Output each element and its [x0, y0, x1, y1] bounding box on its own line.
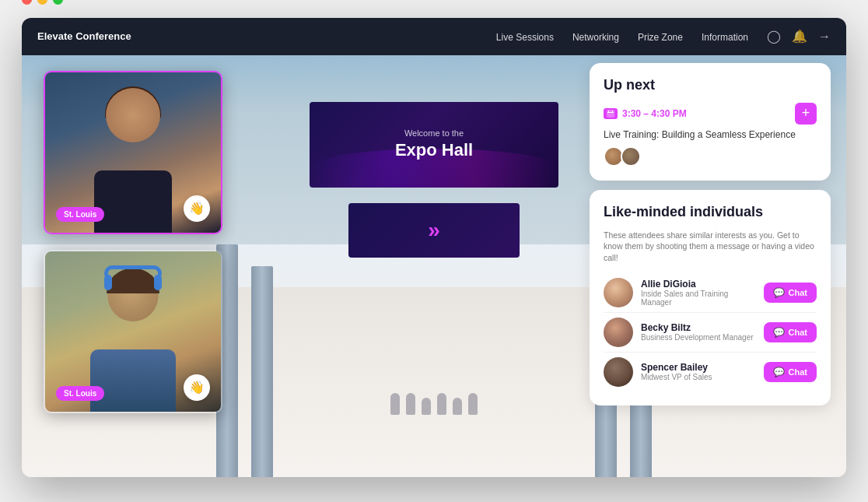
- close-light[interactable]: [22, 0, 32, 5]
- person-head: [106, 88, 160, 142]
- session-avatars: [604, 146, 817, 167]
- nav-information[interactable]: Information: [702, 32, 748, 43]
- wave-icon-1: 👋: [189, 201, 205, 216]
- person-title-allie: Inside Sales and Training Manager: [641, 290, 756, 307]
- chat-button-spencer[interactable]: 💬 Chat: [764, 362, 817, 382]
- location-badge-1: St. Louis: [56, 207, 104, 222]
- like-minded-title: Like-minded individuals: [604, 204, 817, 220]
- video-panel-bottom: St. Louis 👋: [44, 250, 222, 413]
- user-icon[interactable]: ◯: [767, 29, 781, 44]
- person-name-becky: Becky Biltz: [641, 322, 756, 333]
- chat-button-allie[interactable]: 💬 Chat: [764, 283, 817, 303]
- person-name-spencer: Spencer Bailey: [641, 362, 756, 373]
- calendar-icon: [604, 108, 618, 119]
- like-minded-description: These attendees share similar interests …: [604, 230, 817, 264]
- avatar-allie: [604, 278, 633, 307]
- person-row-0: Allie DiGioia Inside Sales and Training …: [604, 273, 817, 313]
- person-row-2: Spencer Bailey Midwest VP of Sales 💬 Cha…: [604, 353, 817, 391]
- chat-icon-spencer: 💬: [773, 367, 785, 377]
- person-info-spencer: Spencer Bailey Midwest VP of Sales: [641, 362, 756, 381]
- person-silhouette: [453, 398, 462, 415]
- exit-icon[interactable]: →: [818, 30, 831, 44]
- avatar-spencer: [604, 357, 633, 387]
- avatar-image-1: [605, 148, 622, 165]
- nav-brand: Elevate Conference: [37, 30, 131, 42]
- person-silhouette: [468, 393, 478, 415]
- nav-live-sessions[interactable]: Live Sessions: [496, 32, 554, 43]
- person-silhouette: [437, 393, 446, 415]
- session-name: Live Training: Building a Seamless Exper…: [604, 129, 817, 140]
- person-name-allie: Allie DiGioia: [641, 279, 756, 290]
- chat-icon-becky: 💬: [773, 327, 785, 338]
- location-badge-2: St. Louis: [56, 386, 104, 401]
- wave-button-1[interactable]: 👋: [184, 195, 210, 222]
- minimize-light[interactable]: [37, 0, 47, 5]
- person-info-becky: Becky Biltz Business Development Manager: [641, 322, 756, 342]
- traffic-lights: [22, 0, 63, 5]
- chat-button-becky[interactable]: 💬 Chat: [764, 322, 817, 342]
- person-silhouette: [390, 393, 400, 415]
- person-title-spencer: Midwest VP of Sales: [641, 373, 756, 381]
- avatar-becky: [604, 318, 633, 347]
- nav-prize-zone[interactable]: Prize Zone: [638, 32, 683, 43]
- bell-icon[interactable]: 🔔: [792, 29, 807, 44]
- navbar: Elevate Conference Live Sessions Network…: [22, 18, 846, 55]
- right-panel: Up next 3:30 – 4:30 PM: [590, 63, 831, 405]
- person-info-allie: Allie DiGioia Inside Sales and Training …: [641, 279, 756, 307]
- chat-icon-allie: 💬: [773, 287, 785, 298]
- banner-text-small: Welcome to the: [404, 128, 464, 138]
- time-pill: 3:30 – 4:30 PM: [604, 108, 687, 119]
- expo-lower-banner: »: [348, 203, 520, 258]
- pillar-left-2: [251, 266, 273, 477]
- person-silhouette: [406, 393, 415, 415]
- session-time-row: 3:30 – 4:30 PM +: [604, 103, 817, 125]
- session-avatar-2: [621, 146, 641, 167]
- avatar-image-2: [622, 148, 639, 165]
- svg-rect-0: [607, 110, 614, 118]
- headphone-right: [154, 275, 162, 290]
- people-area: [390, 393, 478, 415]
- headphones: [104, 265, 162, 281]
- banner-text-large: Expo Hall: [395, 141, 473, 160]
- person-body: [94, 170, 172, 233]
- wave-icon-2: 👋: [189, 380, 205, 395]
- wave-button-2[interactable]: 👋: [184, 374, 210, 401]
- svg-rect-1: [607, 112, 614, 113]
- video-panel-top: St. Louis 👋: [44, 71, 222, 234]
- svg-rect-2: [608, 111, 609, 112]
- nav-icons: ◯ 🔔 →: [767, 29, 831, 44]
- nav-links: Live Sessions Networking Prize Zone Info…: [496, 30, 748, 44]
- browser-window: Elevate Conference Live Sessions Network…: [22, 18, 846, 477]
- chat-label-becky: Chat: [789, 328, 807, 337]
- up-next-card: Up next 3:30 – 4:30 PM: [590, 63, 831, 181]
- person-title-becky: Business Development Manager: [641, 333, 756, 342]
- play-arrow-icon: »: [428, 218, 440, 243]
- like-minded-card: Like-minded individuals These attendees …: [590, 190, 831, 405]
- main-content: Welcome to the Expo Hall » Ventures: [22, 55, 846, 477]
- up-next-title: Up next: [604, 77, 817, 93]
- expo-banner: Welcome to the Expo Hall: [310, 102, 558, 188]
- nav-networking[interactable]: Networking: [572, 32, 619, 43]
- chat-label-spencer: Chat: [789, 367, 807, 377]
- session-time: 3:30 – 4:30 PM: [622, 108, 687, 119]
- headphone-left: [104, 275, 112, 290]
- person-silhouette: [422, 398, 431, 415]
- chat-label-allie: Chat: [789, 288, 807, 297]
- person-row-1: Becky Biltz Business Development Manager…: [604, 313, 817, 353]
- person-body-2: [90, 349, 176, 412]
- add-session-button[interactable]: +: [795, 103, 817, 125]
- svg-rect-3: [612, 111, 613, 112]
- maximize-light[interactable]: [53, 0, 63, 5]
